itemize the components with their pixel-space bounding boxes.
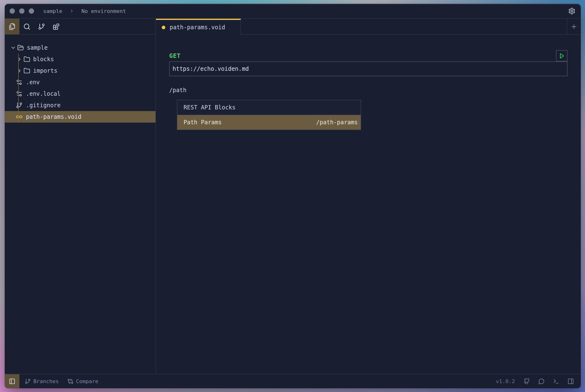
tree-item-env[interactable]: .env bbox=[5, 76, 156, 88]
infinity-icon bbox=[16, 114, 22, 120]
folder-icon bbox=[24, 68, 30, 74]
app-version: v1.0.2 bbox=[496, 378, 515, 384]
blocks-panel-row-path-params[interactable]: Path Params /path-params bbox=[177, 115, 361, 130]
tree-item-imports[interactable]: imports bbox=[5, 65, 156, 76]
indent-guide bbox=[18, 54, 19, 122]
play-icon bbox=[558, 52, 565, 59]
git-compare-icon bbox=[68, 378, 74, 384]
git-branch-icon bbox=[25, 378, 31, 384]
blocks-icon bbox=[52, 23, 60, 30]
document-area: GET https://echo.voiden.md /path REST AP… bbox=[156, 35, 581, 374]
sidebar-toolbar bbox=[5, 19, 156, 35]
tab-bar-spacer bbox=[241, 19, 567, 35]
url-value: https://echo.voiden.md bbox=[172, 66, 249, 72]
toggle-sidebar-button[interactable] bbox=[5, 374, 20, 388]
compare-label: Compare bbox=[76, 378, 98, 384]
tree-item-env-local[interactable]: .env.local bbox=[5, 88, 156, 100]
modified-dot-icon bbox=[162, 26, 165, 29]
tree-item-sample[interactable]: sample bbox=[5, 42, 156, 54]
settings-sliders-icon bbox=[16, 90, 22, 97]
tree-item-label: sample bbox=[27, 44, 48, 51]
settings-button[interactable] bbox=[568, 8, 576, 15]
request-row: GET bbox=[169, 50, 568, 62]
chevron-right-icon bbox=[16, 68, 22, 74]
blocks-panel-button[interactable] bbox=[49, 19, 63, 34]
project-name[interactable]: sample bbox=[43, 8, 62, 14]
files-panel-button[interactable] bbox=[5, 19, 20, 34]
tree-item-label: .env bbox=[26, 79, 40, 86]
settings-sliders-icon bbox=[16, 79, 22, 86]
tree-item-blocks[interactable]: blocks bbox=[5, 54, 156, 65]
folder-open-icon bbox=[17, 44, 24, 51]
new-tab-button[interactable] bbox=[567, 19, 581, 35]
tab-path-params-void[interactable]: path-params.void bbox=[156, 19, 241, 35]
compare-button[interactable]: Compare bbox=[68, 378, 98, 384]
environment-selector[interactable]: No environment bbox=[81, 8, 126, 14]
block-name: Path Params bbox=[184, 119, 222, 126]
file-tree: sample blocks bbox=[5, 35, 156, 374]
git-branch-icon bbox=[16, 102, 22, 109]
close-window-button[interactable] bbox=[10, 8, 15, 14]
panel-right-icon bbox=[568, 378, 574, 384]
branches-button[interactable]: Branches bbox=[25, 378, 59, 384]
window-controls bbox=[5, 8, 34, 14]
search-panel-button[interactable] bbox=[20, 19, 34, 34]
desktop-background: sample No environment bbox=[0, 0, 585, 392]
tree-item-gitignore[interactable]: .gitignore bbox=[5, 100, 156, 111]
tree-item-label: .gitignore bbox=[26, 102, 61, 109]
chevron-right-icon bbox=[69, 9, 74, 14]
path-label: /path bbox=[169, 87, 568, 94]
chevron-right-icon bbox=[16, 56, 22, 62]
status-bar: Branches Compare v1.0.2 bbox=[5, 374, 581, 388]
zoom-window-button[interactable] bbox=[29, 8, 34, 14]
http-method-label[interactable]: GET bbox=[169, 52, 181, 59]
block-route: /path-params bbox=[316, 119, 358, 126]
terminal-button[interactable] bbox=[553, 378, 559, 384]
plus-icon bbox=[570, 23, 578, 30]
title-bar: sample No environment bbox=[5, 4, 581, 19]
blocks-panel-header: REST API Blocks bbox=[177, 100, 361, 115]
tree-item-label: path-params.void bbox=[26, 114, 81, 120]
chat-bubble-icon bbox=[538, 378, 545, 384]
sidebar: sample blocks bbox=[5, 19, 156, 374]
main-area: sample blocks bbox=[5, 19, 581, 374]
url-input[interactable]: https://echo.voiden.md bbox=[169, 62, 568, 76]
gear-icon bbox=[568, 8, 576, 15]
chevron-down-icon bbox=[10, 45, 16, 50]
toggle-right-panel-button[interactable] bbox=[568, 378, 574, 384]
files-icon bbox=[9, 23, 16, 30]
app-window: sample No environment bbox=[5, 4, 581, 388]
folder-icon bbox=[24, 56, 30, 62]
tree-item-label: .env.local bbox=[26, 90, 61, 97]
editor-pane: path-params.void GET bbox=[156, 19, 581, 374]
tree-item-label: blocks bbox=[33, 56, 54, 62]
feedback-button[interactable] bbox=[538, 378, 545, 384]
tab-bar: path-params.void bbox=[156, 19, 581, 35]
run-request-button[interactable] bbox=[556, 50, 568, 62]
tree-item-label: imports bbox=[33, 68, 57, 74]
breadcrumb: sample No environment bbox=[43, 8, 126, 14]
rest-api-blocks-panel: REST API Blocks Path Params /path-params bbox=[177, 100, 361, 130]
git-panel-button[interactable] bbox=[34, 19, 49, 34]
git-branch-icon bbox=[38, 23, 45, 30]
search-icon bbox=[23, 23, 30, 30]
minimize-window-button[interactable] bbox=[19, 8, 24, 14]
tree-item-path-params-void[interactable]: path-params.void bbox=[5, 111, 156, 122]
tab-title: path-params.void bbox=[170, 24, 225, 31]
branches-label: Branches bbox=[33, 378, 59, 384]
github-button[interactable] bbox=[524, 378, 530, 384]
panel-left-icon bbox=[9, 378, 15, 384]
github-icon bbox=[524, 378, 530, 384]
terminal-icon bbox=[553, 378, 559, 384]
